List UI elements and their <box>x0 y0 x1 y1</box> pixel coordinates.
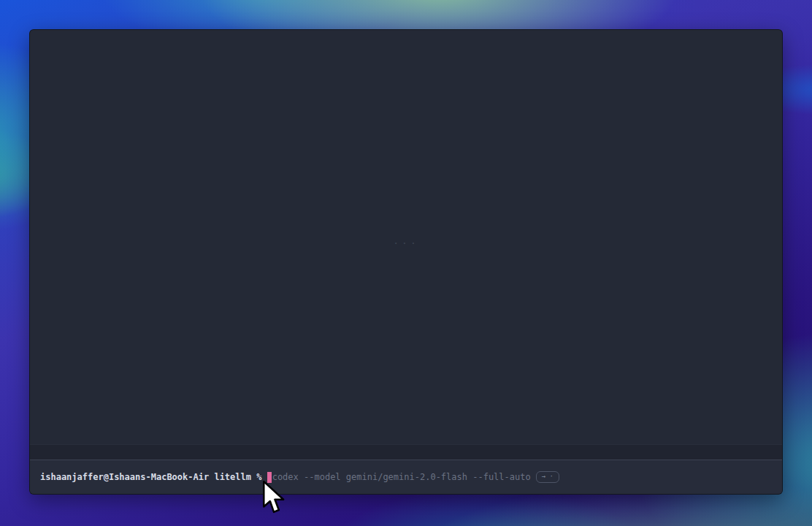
text-caret <box>267 472 272 483</box>
terminal-prompt-bar[interactable]: ishaanjaffer@Ishaans-MacBook-Air litellm… <box>30 460 782 494</box>
footer-shadow-strip <box>30 444 782 460</box>
accept-suggestion-hint-badge: → · <box>536 471 559 483</box>
terminal-window[interactable]: ··· ishaanjaffer@Ishaans-MacBook-Air lit… <box>29 29 783 495</box>
autosuggestion-text: codex --model gemini/gemini-2.0-flash --… <box>272 471 531 483</box>
loading-ellipsis: ··· <box>393 237 418 248</box>
desktop-wallpaper: ··· ishaanjaffer@Ishaans-MacBook-Air lit… <box>0 0 812 526</box>
shell-prompt-label: ishaanjaffer@Ishaans-MacBook-Air litellm… <box>40 471 267 483</box>
